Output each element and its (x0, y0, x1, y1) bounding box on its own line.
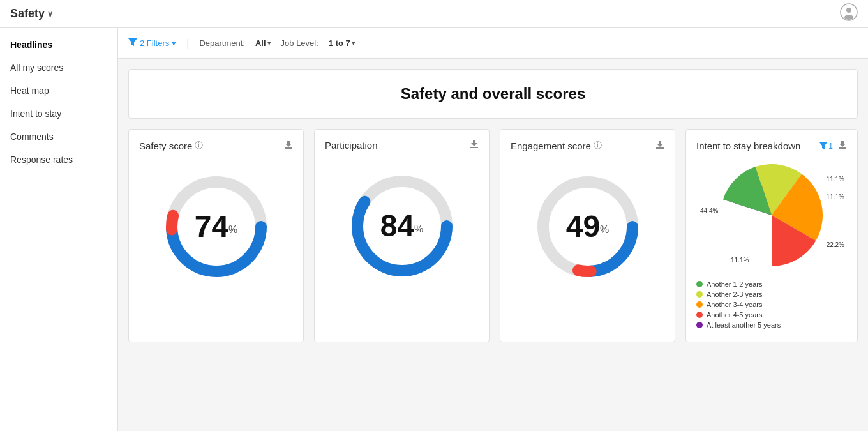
sidebar-item-heat-map[interactable]: Heat map (0, 79, 117, 102)
intent-breakdown-header: Intent to stay breakdown 1 (696, 140, 847, 153)
title-text: Safety (10, 7, 45, 20)
sidebar-item-response-rates[interactable]: Response rates (0, 148, 117, 171)
department-value: All (255, 38, 266, 48)
job-level-chevron-icon: ▾ (352, 40, 355, 47)
filters-button[interactable]: 2 Filters ▾ (128, 38, 176, 49)
engagement-score-card: Engagement score ⓘ (500, 129, 675, 342)
legend-label-3-4: Another 3-4 years (707, 301, 762, 308)
filter-bar: 2 Filters ▾ | Department: All ▾ Job Leve… (118, 28, 868, 59)
sidebar-item-intent-to-stay[interactable]: Intent to stay (0, 102, 117, 125)
filters-dropdown-arrow: ▾ (172, 38, 176, 48)
engagement-score-title: Engagement score ⓘ (511, 140, 602, 151)
cards-row: Safety score ⓘ (128, 129, 858, 342)
filter-separator: | (186, 38, 189, 49)
legend-label-5plus: At least another 5 years (707, 321, 781, 329)
safety-score-title: Safety score ⓘ (139, 140, 203, 151)
legend-label-1-2: Another 1-2 years (707, 280, 762, 288)
engagement-score-info-icon[interactable]: ⓘ (594, 140, 602, 151)
score-header-card: Safety and overall scores (128, 69, 858, 119)
legend-dot-lime (696, 291, 703, 298)
score-header-title: Safety and overall scores (144, 85, 842, 103)
sidebar-item-all-my-scores[interactable]: All my scores (0, 56, 117, 79)
pie-chart (721, 164, 823, 266)
engagement-score-actions (655, 140, 664, 151)
legend-item-1-2-years: Another 1-2 years (696, 280, 847, 288)
pie-label-lime: 11.1% (827, 193, 844, 200)
safety-score-actions (284, 140, 293, 151)
legend-dot-green (696, 281, 703, 287)
participation-value: 84% (380, 211, 424, 241)
svg-point-1 (846, 8, 851, 13)
legend-item-4-5-years: Another 4-5 years (696, 311, 847, 319)
intent-breakdown-title-text: Intent to stay breakdown (696, 140, 800, 153)
svg-marker-12 (819, 142, 827, 149)
safety-score-download-icon[interactable] (284, 140, 293, 151)
engagement-score-donut: 49% (511, 156, 664, 297)
legend-item-3-4-years: Another 3-4 years (696, 301, 847, 308)
participation-title: Participation (325, 140, 378, 151)
participation-card: Participation (314, 129, 490, 342)
participation-title-text: Participation (325, 140, 378, 151)
title-chevron-icon[interactable]: ∨ (47, 10, 53, 19)
svg-point-2 (844, 15, 853, 20)
engagement-score-value: 49% (566, 211, 610, 242)
participation-header: Participation (325, 140, 479, 151)
department-label: Department: (199, 38, 245, 48)
job-level-value: 1 to 7 (329, 38, 350, 48)
sidebar: Headlines All my scores Heat map Intent … (0, 28, 118, 431)
pie-label-green: 11.1% (827, 176, 844, 183)
participation-download-icon[interactable] (470, 140, 479, 151)
sidebar-item-headlines[interactable]: Headlines (0, 33, 117, 56)
legend-dot-purple (696, 322, 703, 328)
legend-label-2-3: Another 2-3 years (707, 291, 762, 298)
filter-funnel-icon (128, 38, 137, 49)
department-chevron-icon: ▾ (267, 40, 271, 47)
pie-chart-container: 44.4% 11.1% 11.1% 22.2% 11.1% (696, 158, 847, 275)
job-level-label: Job Level: (281, 38, 318, 48)
svg-marker-3 (128, 38, 137, 46)
app-title: Safety ∨ (10, 7, 53, 20)
job-level-dropdown[interactable]: 1 to 7 ▾ (329, 38, 355, 48)
sidebar-item-comments[interactable]: Comments (0, 125, 117, 148)
dashboard: Safety and overall scores Safety score ⓘ (118, 59, 868, 352)
top-bar: Safety ∨ (0, 0, 868, 28)
engagement-score-download-icon[interactable] (655, 140, 664, 151)
department-dropdown[interactable]: All ▾ (255, 38, 271, 48)
legend-item-5plus-years: At least another 5 years (696, 321, 847, 329)
intent-breakdown-card: Intent to stay breakdown 1 (685, 129, 858, 342)
main-layout: Headlines All my scores Heat map Intent … (0, 28, 868, 431)
participation-actions (470, 140, 479, 151)
user-avatar[interactable] (840, 3, 858, 24)
participation-donut: 84% (325, 156, 479, 296)
legend-item-2-3-years: Another 2-3 years (696, 291, 847, 298)
intent-breakdown-legend: Another 1-2 years Another 2-3 years Anot… (696, 280, 847, 329)
safety-score-card: Safety score ⓘ (128, 129, 304, 342)
intent-breakdown-title: Intent to stay breakdown (696, 140, 800, 153)
pie-label-orange: 22.2% (827, 241, 844, 248)
legend-label-4-5: Another 4-5 years (707, 311, 762, 319)
safety-score-value: 74% (195, 211, 238, 242)
pie-label-purple: 44.4% (700, 208, 718, 215)
safety-score-header: Safety score ⓘ (139, 140, 293, 151)
intent-filter-icon (819, 142, 827, 150)
safety-score-donut: 74% (139, 156, 293, 297)
intent-breakdown-actions: 1 (819, 140, 847, 151)
content-area: 2 Filters ▾ | Department: All ▾ Job Leve… (118, 28, 868, 431)
legend-dot-red (696, 312, 703, 318)
filters-count-label: 2 Filters (140, 38, 169, 48)
engagement-score-title-text: Engagement score (511, 140, 591, 151)
engagement-score-header: Engagement score ⓘ (511, 140, 664, 151)
legend-dot-orange (696, 301, 703, 308)
safety-score-info-icon[interactable]: ⓘ (195, 140, 203, 151)
safety-score-title-text: Safety score (139, 140, 192, 151)
intent-filter-count: 1 (828, 142, 833, 151)
intent-breakdown-download-icon[interactable] (838, 140, 847, 151)
